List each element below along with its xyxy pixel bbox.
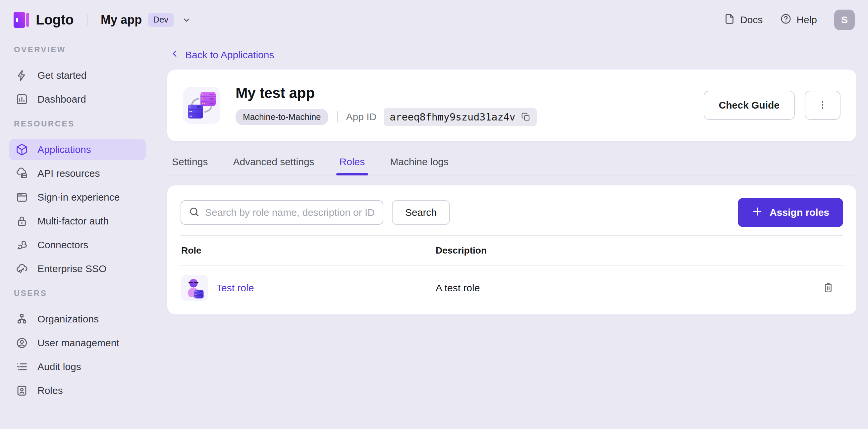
copy-icon[interactable] [521, 112, 531, 122]
sidebar-item-enterprise-sso[interactable]: Enterprise SSO [9, 258, 146, 279]
sidebar-item-connectors[interactable]: Connectors [9, 234, 146, 256]
logto-logo-icon [13, 11, 30, 29]
sidebar-item-roles[interactable]: Roles [9, 380, 146, 401]
m2m-role-icon [181, 275, 208, 301]
sidebar-item-label: Get started [37, 70, 87, 81]
sidebar-item-label: Applications [37, 144, 91, 155]
assign-roles-label: Assign roles [770, 207, 829, 218]
sidebar-item-label: User management [37, 337, 119, 349]
more-actions-button[interactable] [805, 91, 840, 120]
docs-label: Docs [740, 14, 763, 26]
project-switcher[interactable]: My app Dev [101, 13, 192, 27]
sidebar-item-audit-logs[interactable]: Audit logs [9, 356, 146, 377]
tab-roles[interactable]: Roles [339, 154, 366, 175]
tab-advanced-settings[interactable]: Advanced settings [232, 154, 315, 175]
sidebar-item-multi-factor-auth[interactable]: Multi-factor auth [9, 210, 146, 232]
sidebar-item-organizations[interactable]: Organizations [9, 308, 146, 330]
app-id-label: App ID [346, 111, 377, 123]
app-info: My test app Machine-to-Machine App ID ar… [236, 85, 537, 126]
cloud-box-icon [16, 167, 28, 180]
meta-divider [337, 111, 338, 123]
sidebar-item-user-management[interactable]: User management [9, 332, 146, 354]
app-id-chip[interactable]: areeq8fhmy9szud31az4v [384, 108, 536, 126]
sidebar-item-get-started[interactable]: Get started [9, 65, 146, 86]
app-header-card: My test app Machine-to-Machine App ID ar… [167, 69, 857, 141]
sidebar-item-label: Organizations [37, 314, 99, 325]
role-search-input[interactable] [205, 207, 375, 218]
sidebar-item-applications[interactable]: Applications [9, 139, 146, 160]
column-header-description: Description [436, 245, 813, 256]
sidebar-section-users: USERS [9, 289, 146, 298]
app-screen: Logto My app Dev Docs Help [0, 0, 868, 429]
app-id-value: areeq8fhmy9szud31az4v [390, 111, 515, 123]
top-bar: Logto My app Dev Docs Help [0, 0, 868, 40]
sidebar-item-api-resources[interactable]: API resources [9, 163, 146, 184]
id-card-icon [16, 384, 28, 397]
lightning-icon [16, 69, 28, 82]
tab-machine-logs[interactable]: Machine logs [389, 154, 449, 175]
docs-button[interactable]: Docs [723, 13, 763, 27]
sidebar-item-label: Audit logs [37, 361, 81, 372]
header-actions: Check Guide [704, 91, 840, 120]
search-button[interactable]: Search [392, 200, 450, 225]
help-button[interactable]: Help [780, 13, 817, 27]
roles-table: Role Description [181, 235, 843, 310]
search-icon [188, 206, 200, 219]
sidebar-section-resources: RESOURCES [9, 119, 146, 128]
user-avatar[interactable]: S [834, 10, 855, 30]
roles-toolbar: Search Assign roles [181, 198, 843, 227]
main-content: Back to Applications [167, 40, 868, 429]
sidebar-item-label: Dashboard [37, 94, 86, 105]
project-name: My app [101, 13, 142, 27]
help-label: Help [797, 14, 817, 26]
sidebar-item-label: Connectors [37, 239, 88, 251]
sidebar-item-label: Multi-factor auth [37, 216, 108, 227]
brand-name: Logto [36, 12, 73, 28]
topbar-divider [87, 14, 88, 26]
tab-settings[interactable]: Settings [171, 154, 208, 175]
cloud-key-icon [16, 263, 28, 275]
bar-chart-icon [16, 93, 28, 106]
lock-icon [16, 215, 28, 227]
sidebar-item-label: Enterprise SSO [37, 263, 106, 274]
kebab-icon [817, 99, 828, 111]
back-to-applications-link[interactable]: Back to Applications [170, 49, 274, 61]
sidebar-item-label: API resources [37, 168, 100, 179]
table-row[interactable]: Test role A test role [181, 266, 843, 310]
sidebar-item-sign-in-experience[interactable]: Sign-in experience [9, 187, 146, 208]
trash-icon [822, 282, 834, 295]
back-link-label: Back to Applications [185, 49, 274, 61]
roles-table-header: Role Description [181, 235, 843, 266]
list-icon [16, 361, 28, 373]
document-icon [723, 13, 736, 27]
avatar-initial: S [841, 14, 848, 26]
chevron-down-icon [181, 14, 192, 26]
role-description-cell: A test role [436, 283, 813, 294]
user-circle-icon [16, 337, 28, 349]
sidebar: OVERVIEW Get started Dashboard RESOURCES… [0, 40, 167, 429]
env-badge: Dev [148, 13, 174, 27]
roles-panel: Search Assign roles Role Description [167, 185, 857, 315]
logto-brand[interactable]: Logto [13, 11, 73, 29]
app-detail-tabs: Settings Advanced settings Roles Machine… [167, 154, 857, 175]
check-guide-button[interactable]: Check Guide [704, 91, 795, 120]
role-actions-cell [813, 279, 843, 297]
browser-icon [16, 191, 28, 204]
delete-role-button[interactable] [819, 279, 838, 297]
cube-icon [16, 143, 28, 156]
role-cell: Test role [181, 275, 436, 301]
role-name-link[interactable]: Test role [216, 283, 254, 294]
app-type-badge: Machine-to-Machine [236, 109, 328, 125]
topbar-right: Docs Help S [723, 10, 855, 30]
sidebar-item-label: Roles [37, 385, 63, 396]
role-search-box[interactable] [181, 200, 383, 225]
connectors-icon [16, 239, 28, 251]
question-circle-icon [780, 13, 792, 27]
sidebar-item-dashboard[interactable]: Dashboard [9, 89, 146, 110]
org-chart-icon [16, 313, 28, 325]
sidebar-item-label: Sign-in experience [37, 192, 120, 203]
chevron-left-icon [170, 49, 180, 61]
assign-roles-button[interactable]: Assign roles [738, 198, 843, 227]
machine-to-machine-app-icon [183, 87, 220, 124]
app-meta-row: Machine-to-Machine App ID areeq8fhmy9szu… [236, 108, 537, 126]
